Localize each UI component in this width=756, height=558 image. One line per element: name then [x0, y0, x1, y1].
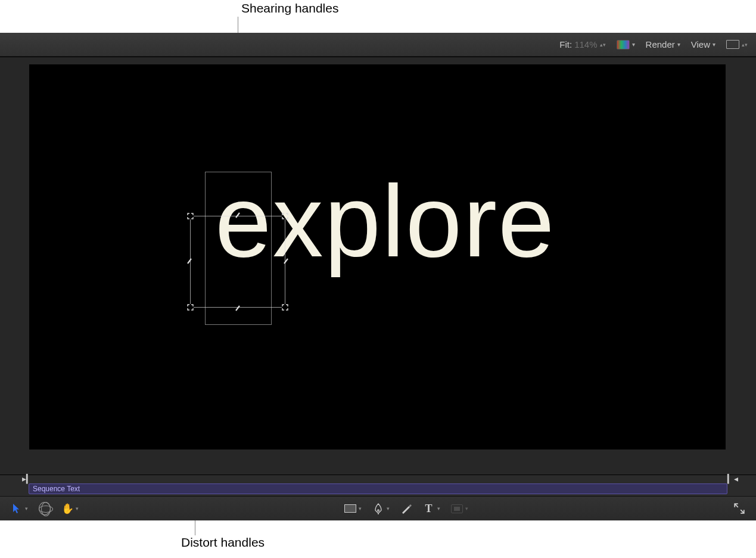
svg-line-2	[188, 259, 191, 264]
hand-icon: ✋	[61, 503, 73, 514]
chevron-down-icon: ▾	[387, 506, 390, 512]
in-point-marker-icon[interactable]: ▸▎	[22, 474, 33, 483]
zoom-fit-value: 114%	[574, 39, 597, 49]
timeline-ruler[interactable]: ▸▎ ▎◂	[0, 475, 756, 483]
shear-handle-left[interactable]	[186, 258, 193, 265]
shape-tool[interactable]: ▾	[342, 501, 364, 516]
render-label: Render	[646, 39, 675, 49]
pointer-icon	[11, 503, 23, 514]
view-dropdown[interactable]: View ▾	[691, 39, 715, 49]
canvas-text-layer: explore	[215, 163, 556, 280]
viewer-canvas-area[interactable]: explore	[0, 57, 756, 475]
mini-timeline[interactable]: ▸▎ ▎◂ Sequence Text	[0, 475, 756, 497]
pen-icon	[372, 503, 384, 514]
viewer-bottom-toolbar: ▾ ✋ ▾ ▾ ▾ T ▾	[0, 497, 756, 520]
chevron-down-icon: ▾	[76, 506, 79, 512]
selection-edge	[194, 307, 282, 308]
chevron-down-icon: ▾	[25, 506, 28, 512]
3d-transform-tool[interactable]	[36, 501, 53, 516]
rectangle-icon	[344, 503, 356, 514]
chevron-down-icon: ▾	[465, 506, 468, 512]
brush-icon	[400, 503, 412, 514]
timeline-clip-sequence-text[interactable]: Sequence Text	[29, 483, 727, 494]
viewport-layout-icon	[726, 40, 739, 49]
chevron-down-icon: ▾	[437, 506, 440, 512]
zoom-fit-label: Fit:	[559, 39, 572, 49]
distort-handle-bottom-left[interactable]	[187, 304, 194, 311]
selection-edge	[190, 219, 191, 304]
color-channel-dropdown[interactable]: ▾	[617, 40, 635, 49]
text-icon: T	[423, 503, 435, 514]
svg-line-1	[236, 306, 239, 311]
shear-handle-bottom[interactable]	[234, 305, 241, 312]
mask-tool[interactable]: ▾	[449, 501, 471, 516]
zoom-stepper-icon: ▴▾	[600, 43, 606, 46]
pen-tool[interactable]: ▾	[370, 501, 392, 516]
3d-orbit-icon	[39, 503, 51, 514]
distort-handle-top-left[interactable]	[187, 213, 194, 219]
app-window: Fit: 114% ▴▾ ▾ Render ▾ View ▾ ▴▾ explor…	[0, 33, 756, 520]
out-point-marker-icon[interactable]: ▎◂	[727, 474, 738, 483]
chevron-down-icon: ▾	[632, 41, 635, 48]
viewer-top-toolbar: Fit: 114% ▴▾ ▾ Render ▾ View ▾ ▴▾	[0, 33, 756, 57]
chevron-down-icon: ▾	[713, 41, 715, 48]
render-dropdown[interactable]: Render ▾	[646, 39, 680, 49]
chevron-down-icon: ▾	[677, 41, 680, 48]
pan-tool[interactable]: ✋ ▾	[59, 501, 81, 516]
canvas-frame: explore	[29, 64, 726, 450]
paint-stroke-tool[interactable]	[398, 501, 415, 516]
mask-icon	[451, 503, 463, 514]
text-tool[interactable]: T ▾	[421, 501, 443, 516]
expand-icon	[733, 503, 745, 514]
color-channel-icon	[617, 40, 630, 49]
view-label: View	[691, 39, 710, 49]
callout-shearing-label: Shearing handles	[241, 1, 338, 16]
distort-handle-bottom-right[interactable]	[282, 304, 288, 311]
stepper-icon: ▴▾	[742, 43, 748, 46]
viewport-layout-dropdown[interactable]: ▴▾	[726, 40, 748, 49]
select-tool[interactable]: ▾	[8, 501, 30, 516]
callout-distort-label: Distort handles	[181, 535, 265, 550]
zoom-fit-control[interactable]: Fit: 114% ▴▾	[559, 39, 605, 49]
fullscreen-button[interactable]	[731, 501, 748, 516]
chevron-down-icon: ▾	[359, 506, 362, 512]
